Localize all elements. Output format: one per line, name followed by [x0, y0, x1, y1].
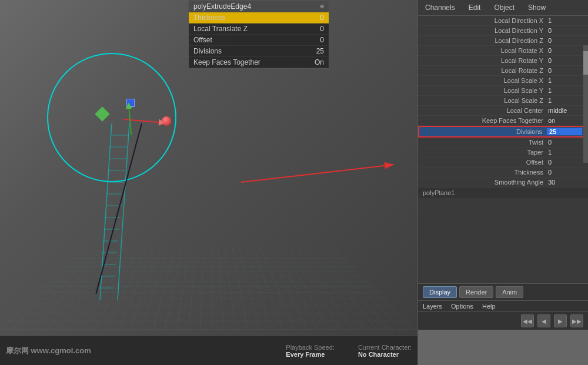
local-rot-x-value[interactable]: 0 [548, 47, 583, 54]
local-scale-x-value[interactable]: 1 [548, 77, 583, 84]
scrollbar[interactable] [583, 45, 588, 163]
divisions-attr-value[interactable]: 25 [547, 128, 582, 135]
playback-speed-label: Playback Speed: [286, 344, 335, 351]
bottom-gray-area [418, 330, 588, 365]
keep-faces-value: On [306, 58, 324, 66]
icon-btn-4[interactable]: ▶▶ [570, 314, 583, 327]
keep-faces-attr-value[interactable]: on [548, 117, 583, 124]
attr-row-keep-faces: Keep Faces Together on [418, 116, 588, 126]
icon-btn-3[interactable]: ▶ [554, 314, 567, 327]
selection-circle [47, 53, 176, 182]
local-dir-z-value[interactable]: 0 [548, 37, 583, 44]
attr-row-local-dir-y: Local Direction Y 0 [418, 26, 588, 36]
keep-faces-label: Keep Faces Together [193, 58, 260, 66]
tab-anim[interactable]: Anim [496, 286, 523, 298]
icon-btn-2[interactable]: ◀ [537, 314, 550, 327]
smoothing-attr-value[interactable]: 30 [548, 179, 583, 186]
menu-options[interactable]: Options [451, 303, 473, 310]
menu-edit[interactable]: Edit [466, 2, 483, 13]
attr-row-divisions[interactable]: Divisions 25 [418, 126, 588, 138]
info-row-local-translate-z: Local Translate Z 0 [189, 24, 329, 35]
info-row-divisions: Divisions 25 [189, 46, 329, 57]
divisions-label-panel: Divisions [193, 47, 222, 55]
watermark: 摩尔网 www.cgmol.com [6, 346, 91, 356]
local-rot-z-name: Local Rotate Z [423, 67, 548, 74]
info-row-keep-faces: Keep Faces Together On [189, 57, 329, 68]
offset-label: Offset [193, 36, 212, 44]
local-scale-y-value[interactable]: 1 [548, 87, 583, 94]
attr-row-local-dir-z: Local Direction Z 0 [418, 36, 588, 46]
local-scale-y-name: Local Scale Y [423, 87, 548, 94]
right-panel: Channels Edit Object Show Local Directio… [417, 0, 588, 365]
local-rot-y-name: Local Rotate Y [423, 57, 548, 64]
info-row-offset: Offset 0 [189, 35, 329, 46]
bottom-bar: 摩尔网 www.cgmol.com Playback Speed: Every … [0, 336, 417, 365]
local-rot-y-value[interactable]: 0 [548, 57, 583, 64]
playback-info: Playback Speed: Every Frame Current Char… [286, 344, 412, 358]
attr-row-twist: Twist 0 [418, 138, 588, 148]
info-panel: polyExtrudeEdge4 ≡ Thickness 0 Local Tra… [188, 0, 329, 69]
offset-attr-value[interactable]: 0 [548, 159, 583, 166]
local-scale-x-name: Local Scale X [423, 77, 548, 84]
tab-display[interactable]: Display [423, 286, 457, 298]
taper-attr-value[interactable]: 1 [548, 149, 583, 156]
smoothing-attr-name: Smoothing Angle [423, 179, 548, 186]
playback-speed-value: Every Frame [286, 351, 335, 358]
playback-speed-item: Playback Speed: Every Frame [286, 344, 335, 358]
attr-row-thickness: Thickness 0 [418, 168, 588, 178]
attr-row-local-rot-y: Local Rotate Y 0 [418, 56, 588, 66]
attribute-table: Local Direction X 1 Local Direction Y 0 … [418, 16, 588, 283]
thickness-attr-name: Thickness [423, 169, 548, 176]
scroll-thumb[interactable] [583, 51, 588, 75]
menu-show[interactable]: Show [526, 2, 548, 13]
info-row-thickness: Thickness 0 [189, 12, 329, 24]
attr-row-local-rot-x: Local Rotate X 0 [418, 46, 588, 56]
current-character-label: Current Character: [358, 344, 412, 351]
tab-render[interactable]: Render [459, 286, 493, 298]
thickness-attr-value[interactable]: 0 [548, 169, 583, 176]
local-rot-z-value[interactable]: 0 [548, 67, 583, 74]
divisions-value-panel: 25 [306, 47, 324, 55]
attr-row-local-scale-x: Local Scale X 1 [418, 76, 588, 86]
icon-btn-1[interactable]: ◀◀ [521, 314, 534, 327]
local-dir-z-name: Local Direction Z [423, 37, 548, 44]
attr-row-offset: Offset 0 [418, 158, 588, 168]
info-panel-header: polyExtrudeEdge4 ≡ [189, 1, 329, 12]
local-scale-z-name: Local Scale Z [423, 97, 548, 104]
attr-row-local-scale-y: Local Scale Y 1 [418, 86, 588, 96]
keep-faces-attr-name: Keep Faces Together [423, 117, 548, 124]
local-center-value[interactable]: middle [548, 107, 583, 114]
offset-attr-name: Offset [423, 159, 548, 166]
menu-object[interactable]: Object [492, 2, 517, 13]
menu-layers[interactable]: Layers [423, 303, 442, 310]
menu-help[interactable]: Help [482, 303, 496, 310]
viewport[interactable]: polyExtrudeEdge4 ≡ Thickness 0 Local Tra… [0, 0, 417, 365]
bottom-tabs: Display Render Anim Layers Options Help … [418, 283, 588, 365]
local-dir-y-value[interactable]: 0 [548, 27, 583, 34]
taper-attr-name: Taper [423, 149, 548, 156]
attr-row-local-rot-z: Local Rotate Z 0 [418, 66, 588, 76]
thickness-label: Thickness [193, 14, 225, 22]
local-dir-y-name: Local Direction Y [423, 27, 548, 34]
attr-row-local-scale-z: Local Scale Z 1 [418, 96, 588, 106]
local-center-name: Local Center [423, 107, 548, 114]
twist-attr-name: Twist [423, 139, 548, 146]
local-dir-x-name: Local Direction X [423, 17, 548, 24]
current-character-value: No Character [358, 351, 412, 358]
local-translate-z-label: Local Translate Z [193, 25, 248, 33]
attr-row-local-center: Local Center middle [418, 106, 588, 116]
twist-attr-value[interactable]: 0 [548, 139, 583, 146]
menu-channels[interactable]: Channels [423, 2, 457, 13]
attr-row-taper: Taper 1 [418, 148, 588, 158]
local-scale-z-value[interactable]: 1 [548, 97, 583, 104]
local-dir-x-value[interactable]: 1 [548, 17, 583, 24]
attr-row-local-dir-x: Local Direction X 1 [418, 16, 588, 26]
icon-row: ◀◀ ◀ ▶ ▶▶ [418, 312, 588, 330]
attr-row-smoothing: Smoothing Angle 30 [418, 178, 588, 187]
divisions-attr-name: Divisions [424, 128, 547, 135]
bottom-menu-row: Layers Options Help [418, 301, 588, 312]
offset-value: 0 [306, 36, 324, 44]
section-label: polyPlane1 [418, 187, 588, 198]
current-character-item: Current Character: No Character [358, 344, 412, 358]
info-panel-menu-icon[interactable]: ≡ [320, 2, 324, 11]
